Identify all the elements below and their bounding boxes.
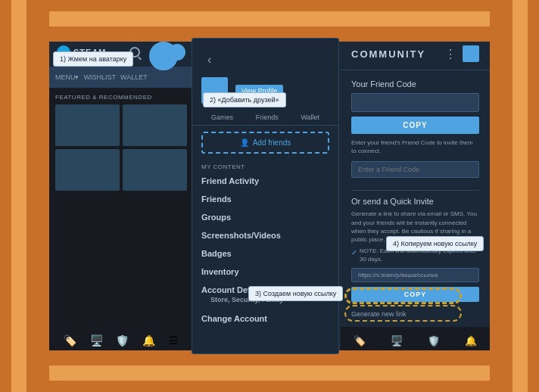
featured-item-1[interactable]	[55, 104, 120, 146]
community-header: COMMUNITY ⋮	[341, 38, 490, 70]
tab-wallet[interactable]: Wallet	[301, 114, 319, 121]
gift-left-decoration	[0, 0, 49, 392]
menu-item-screenshots[interactable]: Screenshots/Videos	[192, 226, 338, 244]
tab-games[interactable]: Games	[211, 114, 233, 121]
divider	[351, 190, 479, 191]
quick-invite-title: Or send a Quick Invite	[351, 197, 479, 206]
tag-icon[interactable]: 🏷️	[64, 334, 76, 347]
featured-item-3[interactable]	[55, 149, 120, 191]
shield-icon[interactable]: 🛡️	[116, 334, 129, 347]
steam-nav-bar: MENU▾ WISHLIST WALLET	[49, 67, 193, 88]
my-content-label: MY CONTENT	[192, 160, 338, 172]
gift-bottom-decoration	[0, 350, 539, 392]
com-monitor-icon[interactable]: 🖥️	[391, 335, 403, 347]
link-display: https://s.team/p/ваша/ссылка	[351, 268, 479, 282]
community-actions: ⋮	[444, 45, 479, 62]
com-bell-icon[interactable]: 🔔	[465, 335, 477, 347]
callout-step1: 1) Жмем на аватарку	[53, 51, 133, 67]
featured-label: FEATURED & RECOMMENDED	[55, 94, 193, 101]
nav-wallet[interactable]: WALLET	[120, 73, 148, 81]
steam-panel: STEAM ⋮ MENU▾ WISHLIST WALLET FEATURED &…	[49, 38, 193, 354]
generate-link-button[interactable]: Generate new link	[351, 308, 407, 320]
copy-link-button[interactable]: COPY	[351, 287, 479, 302]
callout-box-3: 3) Создаем новую ссылку	[248, 286, 343, 301]
back-button[interactable]: ‹	[200, 49, 219, 70]
callout-box-4: 4) Копируем новую ссылку	[386, 236, 484, 251]
profile-tabs: Games Friends Wallet	[192, 107, 338, 126]
avatar-header-circle[interactable]	[149, 42, 178, 70]
featured-grid	[49, 104, 193, 191]
com-shield-icon[interactable]: 🛡️	[428, 335, 440, 347]
featured-item-4[interactable]	[123, 149, 187, 191]
menu-item-groups[interactable]: Groups	[192, 208, 338, 226]
nav-wishlist[interactable]: WISHLIST	[84, 73, 117, 81]
friend-code-label: Your Friend Code	[351, 79, 479, 89]
add-friends-icon: 👤	[240, 138, 249, 147]
menu-item-change-account[interactable]: Change Account	[192, 310, 338, 328]
community-title: COMMUNITY	[351, 48, 425, 60]
enter-friend-code-input[interactable]	[351, 161, 479, 178]
com-tag-icon[interactable]: 🏷️	[354, 335, 366, 347]
gift-top-decoration	[0, 0, 539, 42]
bell-icon[interactable]: 🔔	[142, 334, 155, 347]
community-avatar	[463, 45, 479, 62]
menu-item-inventory[interactable]: Inventory	[192, 263, 338, 281]
callout-box-2: 2) «Добавить друзей»	[203, 92, 286, 107]
menu-icon[interactable]: ☰	[169, 334, 179, 347]
gift-right-decoration	[490, 0, 539, 392]
featured-item-2[interactable]	[123, 104, 187, 146]
add-friends-button[interactable]: 👤 Add friends	[201, 132, 329, 154]
menu-item-friend-activity[interactable]: Friend Activity	[192, 172, 338, 190]
add-friends-label: Add friends	[253, 138, 291, 147]
community-panel: COMMUNITY ⋮ Your Friend Code COPY Enter …	[341, 38, 490, 354]
tab-friends[interactable]: Friends	[256, 114, 279, 121]
nav-menu[interactable]: MENU▾	[55, 73, 79, 81]
callout-step2: 2) «Добавить друзей»	[203, 92, 286, 107]
friend-code-input[interactable]	[351, 93, 479, 112]
menu-item-badges[interactable]: Badges	[192, 244, 338, 263]
copy-friend-code-button[interactable]: COPY	[351, 117, 479, 134]
callout-step3: 3) Создаем новую ссылку	[248, 286, 343, 301]
profile-dropdown: ‹ View Profile Games Friends Wallet 👤 Ad…	[192, 38, 339, 354]
community-content: Your Friend Code COPY Enter your friend'…	[341, 70, 490, 329]
community-more-icon[interactable]: ⋮	[444, 47, 456, 61]
monitor-icon[interactable]: 🖥️	[90, 334, 103, 347]
check-icon: ✓	[351, 247, 357, 257]
friend-code-hint: Enter your friend's Friend Code to invit…	[351, 138, 479, 155]
callout-box-1: 1) Жмем на аватарку	[53, 51, 133, 67]
callout-step4: 4) Копируем новую ссылку	[386, 236, 484, 251]
menu-item-friends[interactable]: Friends	[192, 190, 338, 208]
